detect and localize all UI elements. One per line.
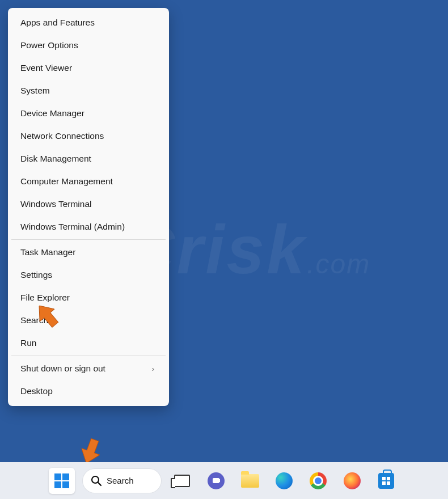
firefox-icon	[344, 472, 361, 489]
menu-item-label: Shut down or sign out	[20, 363, 105, 374]
svg-rect-1	[62, 473, 69, 480]
task-view-button[interactable]	[169, 468, 195, 494]
menu-item-disk-management[interactable]: Disk Management	[9, 147, 168, 170]
chevron-right-icon: ›	[152, 365, 154, 373]
chat-button[interactable]	[203, 468, 229, 494]
edge-button[interactable]	[271, 468, 297, 494]
menu-item-task-manager[interactable]: Task Manager	[9, 241, 168, 264]
menu-item-event-viewer[interactable]: Event Viewer	[9, 57, 168, 79]
menu-item-label: Run	[20, 338, 36, 348]
menu-item-label: Device Manager	[20, 108, 84, 119]
svg-point-4	[92, 476, 99, 483]
taskbar-search[interactable]: Search	[83, 469, 161, 493]
chat-icon	[208, 472, 225, 489]
menu-item-label: Computer Management	[20, 176, 113, 187]
svg-rect-3	[62, 481, 69, 488]
menu-item-device-manager[interactable]: Device Manager	[9, 102, 168, 125]
taskbar: Search	[0, 462, 448, 499]
menu-item-settings[interactable]: Settings	[9, 264, 168, 286]
menu-item-windows-terminal-admin[interactable]: Windows Terminal (Admin)	[9, 215, 168, 238]
svg-rect-7	[217, 479, 220, 482]
menu-item-desktop[interactable]: Desktop	[9, 380, 168, 403]
menu-divider	[11, 239, 166, 240]
menu-item-label: Task Manager	[20, 247, 75, 257]
svg-line-5	[98, 483, 101, 485]
svg-rect-0	[54, 473, 61, 480]
file-explorer-button[interactable]	[237, 468, 263, 494]
menu-item-search[interactable]: Search	[9, 309, 168, 332]
menu-item-label: Power Options	[20, 40, 78, 50]
menu-item-label: System	[20, 86, 50, 96]
menu-item-system[interactable]: System	[9, 79, 168, 102]
menu-item-run[interactable]: Run	[9, 332, 168, 354]
search-label: Search	[107, 476, 134, 485]
store-icon	[378, 473, 394, 489]
menu-item-windows-terminal[interactable]: Windows Terminal	[9, 193, 168, 215]
menu-item-label: Search	[20, 315, 48, 325]
menu-item-apps-and-features[interactable]: Apps and Features	[9, 11, 168, 34]
windows-logo-icon	[53, 472, 70, 489]
menu-item-label: Apps and Features	[20, 18, 95, 28]
microsoft-store-button[interactable]	[373, 468, 399, 494]
menu-item-power-options[interactable]: Power Options	[9, 34, 168, 57]
menu-item-label: Windows Terminal	[20, 199, 91, 209]
menu-item-label: Settings	[20, 270, 52, 280]
winx-context-menu: Apps and FeaturesPower OptionsEvent View…	[8, 8, 169, 406]
chrome-button[interactable]	[305, 468, 331, 494]
search-icon	[91, 475, 102, 487]
menu-item-network-connections[interactable]: Network Connections	[9, 125, 168, 147]
menu-item-label: Windows Terminal (Admin)	[20, 222, 125, 232]
menu-item-file-explorer[interactable]: File Explorer	[9, 286, 168, 309]
firefox-button[interactable]	[339, 468, 365, 494]
task-view-icon	[174, 475, 190, 487]
menu-item-label: Desktop	[20, 386, 53, 396]
menu-item-label: Network Connections	[20, 131, 104, 141]
start-button[interactable]	[49, 468, 75, 494]
menu-item-shut-down-or-sign-out[interactable]: Shut down or sign out›	[9, 357, 168, 380]
menu-item-label: Disk Management	[20, 154, 91, 164]
chrome-icon	[310, 472, 327, 489]
menu-item-label: File Explorer	[20, 293, 70, 303]
edge-icon	[276, 472, 293, 489]
menu-item-label: Event Viewer	[20, 63, 72, 73]
svg-rect-2	[54, 481, 61, 488]
menu-divider	[11, 356, 166, 356]
menu-item-computer-management[interactable]: Computer Management	[9, 170, 168, 193]
folder-icon	[241, 474, 259, 488]
